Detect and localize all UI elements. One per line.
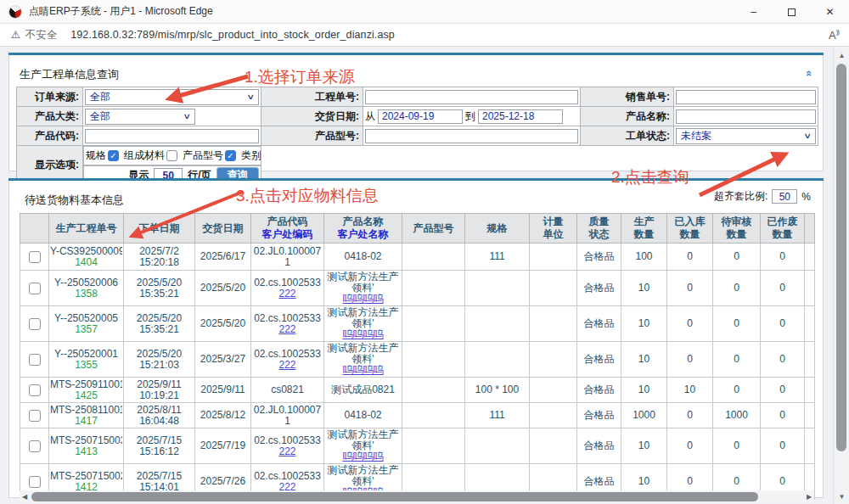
vertical-scrollbar[interactable]: ▲ ▼ [833,47,849,504]
date-from-label: 从 [365,109,375,124]
cell-qty-void: 0 [761,403,805,428]
cell-qty-instock: 10 [667,378,713,403]
customer-name-link[interactable]: 呜呜呜呜 [325,329,401,340]
cell-quality: 合格品 [577,378,621,403]
maximize-icon[interactable] [773,0,811,24]
collapse-section-icon[interactable]: « [803,70,816,76]
display-option-checkbox[interactable] [166,150,177,161]
order-source-select[interactable]: 全部 ∨ [85,89,259,105]
customer-code-link[interactable]: 222 [252,288,323,300]
row-checkbox[interactable] [29,318,41,330]
customer-name-link[interactable]: 呜呜呜呜 [325,294,401,305]
sales-order-input[interactable] [676,90,816,104]
cell-extra [805,271,815,306]
cell-product-name: 测试新方法生产领料'呜呜呜呜 [324,306,402,342]
date-to-input[interactable]: 2025-12-18 [478,109,563,124]
customer-code-link[interactable]: 222 [252,360,323,371]
row-checkbox[interactable] [29,476,41,488]
materials-body: Y-CS39250000914042025/7/2 15:20:182025/6… [20,244,815,500]
overset-ratio-input[interactable]: 50 [772,189,797,204]
cell-qty-production: 10 [621,428,667,464]
vscroll-thumb[interactable] [836,64,846,451]
cell-model [402,306,465,342]
security-label[interactable]: 不安全 [25,28,58,42]
cell-unit [530,306,577,342]
cell-order-no[interactable]: Y--2505200061358 [49,271,124,306]
cell-order-no[interactable]: MTS-2508110011417 [49,403,124,428]
cell-unit [530,403,577,428]
product-code-input[interactable] [85,129,259,143]
cell-qty-production: 10 [621,378,667,403]
row-checkbox[interactable] [29,384,41,396]
delivery-date-label: 交货日期: [261,107,363,126]
col-order-no: 生产工程单号 [49,214,124,244]
cell-model [402,403,465,428]
cell-order-date: 2025/5/20 15:21:03 [124,342,195,378]
cell-order-no[interactable]: Y--2505200051357 [49,306,124,342]
table-row: Y--25052000513572025/5/20 15:35:212025/5… [20,306,815,342]
query-section: 生产工程单信息查询 « 订单来源: 全部 ∨ 工程单号: [8,53,824,171]
warning-icon[interactable]: ⚠ [11,29,20,41]
row-checkbox[interactable] [29,410,41,422]
display-options: 规格✓组成材料产品型号✓类别下单日期✓货位销售合同号生产明细备注显示图片、BOX… [83,146,261,165]
col-extra [805,214,815,244]
row-checkbox[interactable] [29,251,41,263]
read-aloud-icon[interactable]: A)) [829,28,839,42]
col-order-date: 下单日期 [124,214,195,244]
cell-qty-void: 0 [761,244,805,271]
row-checkbox[interactable] [29,354,41,366]
cell-spec [465,428,530,464]
cell-order-no[interactable]: Y--2505200011355 [49,342,124,378]
cell-product-name: 测试新方法生产领料'呜呜呜呜 [324,271,402,306]
cell-unit [530,378,577,403]
minimize-icon[interactable]: – [734,0,773,24]
product-model-input[interactable] [365,129,578,143]
product-name-input[interactable] [676,109,816,124]
cell-qty-void: 0 [761,306,805,342]
customer-name-link[interactable]: 呜呜呜呜 [325,365,401,376]
cell-order-no[interactable]: MTS-2509110011425 [49,378,124,403]
display-option[interactable]: 组成材料 [124,148,177,163]
cell-qty-production: 10 [621,342,667,378]
row-checkbox[interactable] [29,440,41,452]
order-status-select[interactable]: 未结案 ∨ [676,128,816,144]
work-order-input[interactable] [365,90,578,104]
customer-name-link[interactable]: 呜呜呜呜 [325,451,401,462]
cell-product-name: 测试新方法生产领料'呜呜呜呜 [324,428,402,464]
cell-quality: 合格品 [577,306,621,342]
row-select-cell [20,342,49,378]
cell-delivery-date: 2025/5/20 [195,306,251,342]
display-option-checkbox[interactable]: ✓ [108,150,119,161]
sales-order-label: 销售单号: [581,87,674,107]
customer-code-link[interactable]: 222 [252,446,323,457]
cell-order-date: 2025/7/15 15:16:12 [124,428,195,464]
site-favicon [8,5,22,19]
cell-extra [805,428,815,464]
customer-code-link[interactable]: 222 [252,324,323,335]
date-from-input[interactable]: 2024-09-19 [378,109,463,124]
cell-order-no[interactable]: Y-CS3925000091404 [49,244,124,271]
date-to-label: 到 [465,109,475,124]
url-text[interactable]: 192.168.0.32:789/mis/mrp/slc_product_int… [70,29,395,41]
display-option-label: 类别 [241,148,261,163]
scroll-up-icon[interactable]: ▲ [834,52,849,59]
display-option[interactable]: 类别 [241,148,261,163]
scroll-down-icon[interactable]: ▼ [834,493,849,501]
product-name-label: 产品名称: [581,107,674,126]
scroll-left-icon[interactable]: ◀ [20,493,30,501]
cell-spec: 100 * 100 [465,378,530,403]
cell-product-code: 02.JL0.1000071 [251,403,324,428]
row-checkbox[interactable] [29,283,41,294]
scroll-right-icon[interactable]: ▶ [804,493,814,501]
cell-model [402,244,465,271]
cell-qty-pending: 0 [713,342,761,378]
display-option-checkbox[interactable]: ✓ [225,150,236,161]
close-icon[interactable]: ✕ [811,0,849,24]
display-option[interactable]: 规格✓ [86,148,119,163]
product-category-select[interactable]: 全部 ∨ [85,109,195,125]
horizontal-scrollbar[interactable]: ◀ ▶ [20,490,814,503]
display-option[interactable]: 产品型号✓ [183,148,236,163]
hscroll-thumb[interactable] [31,492,758,501]
cell-order-no[interactable]: MTS-2507150031413 [49,428,124,464]
cell-qty-production: 100 [621,244,667,271]
